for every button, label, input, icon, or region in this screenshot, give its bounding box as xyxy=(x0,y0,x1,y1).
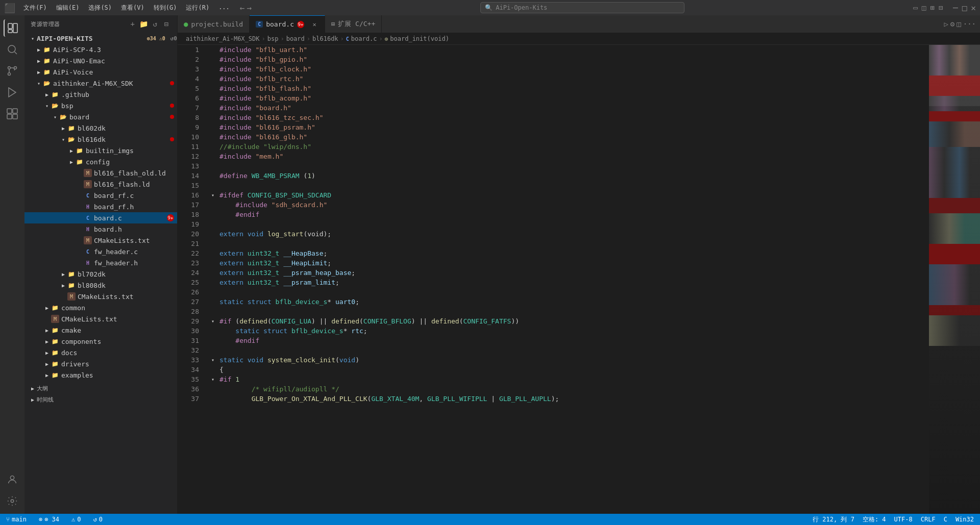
minimap-viewport[interactable] xyxy=(929,45,980,106)
menu-select[interactable]: 选择(S) xyxy=(84,3,116,13)
folder-builtin-label: builtin_imgs xyxy=(86,147,134,155)
extensions-icon[interactable] xyxy=(4,105,21,122)
layout-icon-2[interactable]: ◫ xyxy=(922,4,926,12)
file-board-rf-c[interactable]: C board_rf.c xyxy=(24,190,177,201)
layout-icon-3[interactable]: ⊞ xyxy=(930,4,934,12)
folder-builtin-imgs[interactable]: ▶ 📁 builtin_imgs xyxy=(24,145,177,156)
section-timeline[interactable]: ▶ 时间线 xyxy=(24,394,177,405)
folder-common[interactable]: ▶ 📁 common xyxy=(24,302,177,313)
new-folder-button[interactable]: 📁 xyxy=(139,19,149,29)
file-board-h[interactable]: H board.h xyxy=(24,223,177,235)
tab-project-build[interactable]: ● project.build xyxy=(178,15,250,33)
folder-icon-bl602dk: 📁 xyxy=(67,124,76,132)
folder-sdk[interactable]: ▾ 📂 aithinker_Ai-M6X_SDK xyxy=(24,78,177,89)
folder-bl602dk[interactable]: ▶ 📁 bl602dk xyxy=(24,122,177,134)
folder-board[interactable]: ▾ 📂 board xyxy=(24,111,177,122)
status-encoding[interactable]: UTF-8 xyxy=(892,515,915,524)
split-editor-button[interactable]: ◫ xyxy=(957,20,961,28)
file-board-rf-h[interactable]: H board_rf.h xyxy=(24,201,177,212)
code-line-23: extern uint32_t __HeapLimit; xyxy=(211,258,929,268)
explorer-icon[interactable] xyxy=(4,19,21,37)
code-line-10: #include "bl616_glb.h" xyxy=(211,132,929,142)
run-split-button[interactable]: ▷ xyxy=(944,20,948,28)
refresh-button[interactable]: ↺ xyxy=(151,19,160,29)
folder-bl616dk[interactable]: ▾ 📂 bl616dk xyxy=(24,134,177,145)
tab-board-c[interactable]: C board.c 9+ ✕ xyxy=(250,15,325,33)
minimize-button[interactable]: ─ xyxy=(953,3,958,13)
file-board-rf-h-label: board_rf.h xyxy=(94,203,134,211)
error-icon: ⊗ xyxy=(39,516,42,523)
account-icon[interactable] xyxy=(4,471,21,488)
menu-run[interactable]: 运行(R) xyxy=(182,3,213,13)
collapse-button[interactable]: ⊟ xyxy=(162,19,171,29)
status-position[interactable]: 行 212, 列 7 xyxy=(811,515,856,524)
folder-components[interactable]: ▶ 📁 components xyxy=(24,336,177,347)
debug-icon[interactable] xyxy=(4,84,21,101)
file-fw-header-c[interactable]: C fw_header.c xyxy=(24,246,177,257)
restore-button[interactable]: □ xyxy=(962,3,967,13)
encoding-text: UTF-8 xyxy=(894,516,913,523)
breadcrumb-item-func[interactable]: ⊙ board_init(void) xyxy=(385,35,449,42)
folder-github[interactable]: ▶ 📁 .github xyxy=(24,89,177,100)
folder-uno[interactable]: ▶ 📁 AiPi-UNO-Emac xyxy=(24,55,177,66)
folder-bsp[interactable]: ▾ 📂 bsp xyxy=(24,100,177,111)
close-button[interactable]: ✕ xyxy=(971,3,976,13)
status-language[interactable]: C xyxy=(942,515,949,524)
code-line-12: #include "mem.h" xyxy=(211,152,929,161)
status-spaces[interactable]: 空格: 4 xyxy=(861,515,888,524)
file-flash-ld[interactable]: M bl616_flash.ld xyxy=(24,179,177,190)
file-fw-header-h[interactable]: H fw_header.h xyxy=(24,257,177,268)
svg-rect-0 xyxy=(8,23,12,29)
folder-bl808dk[interactable]: ▶ 📁 bl808dk xyxy=(24,280,177,291)
status-warnings[interactable]: ⚠ 0 xyxy=(69,516,83,523)
search-bar[interactable]: 🔍 AiPi-Open-Kits xyxy=(480,2,684,13)
status-sync[interactable]: ↺ 0 xyxy=(91,516,105,523)
status-platform[interactable]: Win32 xyxy=(953,515,976,524)
layout-icon-1[interactable]: ▭ xyxy=(913,4,917,12)
folder-bl702dk[interactable]: ▶ 📁 bl702dk xyxy=(24,268,177,280)
folder-config[interactable]: ▶ 📁 config xyxy=(24,156,177,167)
code-line-15 xyxy=(211,181,929,190)
folder-docs[interactable]: ▶ 📁 docs xyxy=(24,347,177,358)
editor-settings-button[interactable]: ⚙ xyxy=(950,20,954,28)
menu-edit[interactable]: 编辑(E) xyxy=(52,3,84,13)
status-branch[interactable]: ⑂ main xyxy=(4,516,29,523)
folder-examples[interactable]: ▶ 📁 examples xyxy=(24,369,177,381)
root-folder[interactable]: ▾ AIPI-OPEN-KITS ⊗34 ⚠0 ↺0 xyxy=(24,33,177,44)
folder-drivers[interactable]: ▶ 📁 drivers xyxy=(24,358,177,369)
menu-view[interactable]: 查看(V) xyxy=(117,3,149,13)
nav-back-button[interactable]: ← xyxy=(240,3,245,13)
breadcrumb-item-bl616dk[interactable]: bl616dk xyxy=(312,35,338,42)
file-board-c[interactable]: C board.c 9+ xyxy=(24,212,177,223)
folder-voice[interactable]: ▶ 📁 AiPi-Voice xyxy=(24,66,177,78)
line-numbers: 1234567 891011121314 151617181920 212223… xyxy=(178,45,203,514)
breadcrumb-item-board-c[interactable]: C board.c xyxy=(346,35,377,42)
file-flash-old-ld[interactable]: M bl616_flash_old.ld xyxy=(24,167,177,179)
search-icon[interactable] xyxy=(4,41,21,58)
code-area[interactable]: #include "bflb_uart.h" #include "bflb_gp… xyxy=(203,45,929,514)
root-badge: ⊗34 ⚠0 xyxy=(147,36,165,41)
new-file-button[interactable]: + xyxy=(128,19,137,29)
status-line-ending[interactable]: CRLF xyxy=(919,515,938,524)
tab-ext-cpp[interactable]: ⊞ 扩展 C/C++ xyxy=(325,15,382,33)
menu-goto[interactable]: 转到(G) xyxy=(150,3,181,13)
status-errors[interactable]: ⊗ ⊗ 34 xyxy=(37,516,61,523)
status-right: 行 212, 列 7 空格: 4 UTF-8 CRLF C Win32 xyxy=(811,515,976,524)
file-cmake-1[interactable]: M CMakeLists.txt xyxy=(24,235,177,246)
file-cmake-root[interactable]: M CMakeLists.txt xyxy=(24,313,177,324)
layout-icon-4[interactable]: ⊟ xyxy=(939,4,943,12)
settings-icon[interactable] xyxy=(4,492,21,510)
nav-forward-button[interactable]: → xyxy=(247,3,252,13)
breadcrumb-item-board[interactable]: board xyxy=(286,35,305,42)
menu-file[interactable]: 文件(F) xyxy=(19,3,51,13)
section-outline[interactable]: ▶ 大纲 xyxy=(24,383,177,394)
tab-close-board-c[interactable]: ✕ xyxy=(310,20,318,29)
breadcrumb-item-sdk[interactable]: aithinker_Ai-M6X_SDK xyxy=(186,35,260,42)
breadcrumb-item-bsp[interactable]: bsp xyxy=(267,35,279,42)
folder-cmake[interactable]: ▶ 📁 cmake xyxy=(24,324,177,336)
more-actions-button[interactable]: ··· xyxy=(963,20,976,28)
file-cmake-bsp[interactable]: M CMakeLists.txt xyxy=(24,291,177,302)
menu-more[interactable]: ... xyxy=(214,3,234,13)
source-control-icon[interactable] xyxy=(4,62,21,80)
folder-scp[interactable]: ▶ 📁 AiPi-SCP-4.3 xyxy=(24,44,177,55)
